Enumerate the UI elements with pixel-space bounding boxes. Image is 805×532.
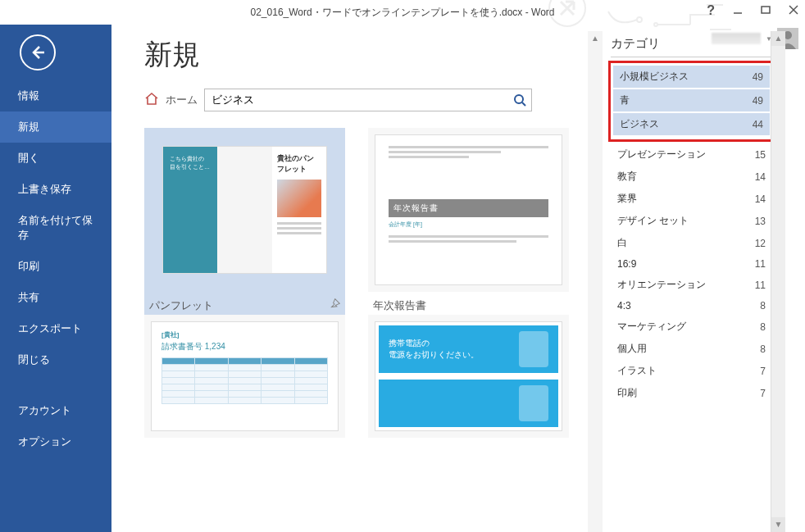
backstage-sidebar: 情報 新規 開く 上書き保存 名前を付けて保存 印刷 共有 エクスポート 閉じる… xyxy=(0,25,111,532)
search-button[interactable] xyxy=(507,89,532,111)
template-annual-report[interactable]: 年次報告書 会計年度 [年] 年次報告書 xyxy=(368,128,569,316)
thumb-title: [貴社] xyxy=(161,330,328,339)
sidebar-item-saveas[interactable]: 名前を付けて保存 xyxy=(0,205,111,251)
sidebar-item-print[interactable]: 印刷 xyxy=(0,251,111,282)
sidebar-item-close[interactable]: 閉じる xyxy=(0,344,111,375)
template-label: 年次報告書 xyxy=(373,298,426,313)
category-scrollbar[interactable]: ▲ ▼ xyxy=(771,31,785,532)
sidebar-item-export[interactable]: エクスポート xyxy=(0,313,111,344)
minimize-icon[interactable] xyxy=(733,4,743,17)
category-item[interactable]: 業界14 xyxy=(611,188,772,210)
category-item[interactable]: 16:911 xyxy=(611,254,772,274)
sidebar-item-save[interactable]: 上書き保存 xyxy=(0,174,111,205)
category-item[interactable]: 個人用8 xyxy=(611,338,772,360)
sidebar-item-open[interactable]: 開く xyxy=(0,143,111,174)
category-item[interactable]: プレゼンテーション15 xyxy=(611,143,772,166)
thumb-title: 貴社のパンフレット xyxy=(277,153,321,175)
category-title: カテゴリ xyxy=(611,34,772,57)
help-icon[interactable]: ? xyxy=(707,3,715,18)
svg-point-0 xyxy=(549,0,585,26)
template-invoice[interactable]: [貴社] 請求書番号 1,234 xyxy=(144,315,345,438)
scroll-down-icon[interactable]: ▼ xyxy=(771,517,785,532)
sidebar-item-new[interactable]: 新規 xyxy=(0,111,111,143)
window-title: 02_016_Word・ワードでオンラインテンプレートを使う.docx - Wo… xyxy=(251,6,555,20)
template-label: パンフレット xyxy=(149,298,213,313)
category-item[interactable]: イラスト7 xyxy=(611,360,772,382)
thumb-title: 年次報告書 xyxy=(389,199,548,217)
page-title: 新規 xyxy=(144,36,589,74)
pin-icon[interactable] xyxy=(329,298,340,313)
category-item[interactable]: ビジネス44 xyxy=(613,113,770,135)
home-icon[interactable] xyxy=(144,92,159,108)
category-item[interactable]: 小規模ビジネス49 xyxy=(613,66,770,88)
category-item[interactable]: オリエンテーション11 xyxy=(611,274,772,296)
sidebar-item-options[interactable]: オプション xyxy=(0,426,111,457)
svg-rect-4 xyxy=(762,7,770,13)
scroll-up-icon[interactable]: ▲ xyxy=(771,31,785,46)
sidebar-item-info[interactable]: 情報 xyxy=(0,80,111,111)
restore-icon[interactable] xyxy=(761,4,771,17)
template-brochure[interactable]: こちら貴社の目を引くこと… 貴社のパンフレット パンフレット xyxy=(144,128,345,316)
search-input[interactable] xyxy=(204,89,507,111)
category-item[interactable]: デザイン セット13 xyxy=(611,210,772,232)
svg-point-9 xyxy=(515,95,523,103)
category-item[interactable]: 白12 xyxy=(611,232,772,254)
category-item[interactable]: 4:38 xyxy=(611,296,772,316)
back-button[interactable] xyxy=(20,34,56,70)
template-phone-notice[interactable]: 携帯電話の電源をお切りください。 xyxy=(368,315,569,438)
svg-line-10 xyxy=(522,102,525,106)
home-label[interactable]: ホーム xyxy=(166,93,198,107)
category-item[interactable]: 印刷7 xyxy=(611,382,772,404)
category-item[interactable]: 青49 xyxy=(613,89,770,111)
category-item[interactable]: 教育14 xyxy=(611,166,772,188)
thumb-number: 請求書番号 1,234 xyxy=(161,341,328,352)
svg-point-1 xyxy=(637,17,642,22)
highlighted-categories: 小規模ビジネス49 青49 ビジネス44 xyxy=(608,61,775,142)
thumb-subtitle: 会計年度 [年] xyxy=(389,221,548,229)
templates-scrollbar[interactable]: ▲ xyxy=(588,31,603,532)
category-panel: ▲ カテゴリ 小規模ビジネス49 青49 ビジネス44 プレゼンテーション15 … xyxy=(602,31,785,532)
category-item[interactable]: マーケティング8 xyxy=(611,316,772,338)
close-icon[interactable] xyxy=(789,4,798,17)
sidebar-item-account[interactable]: アカウント xyxy=(0,395,111,426)
sidebar-item-share[interactable]: 共有 xyxy=(0,282,111,313)
